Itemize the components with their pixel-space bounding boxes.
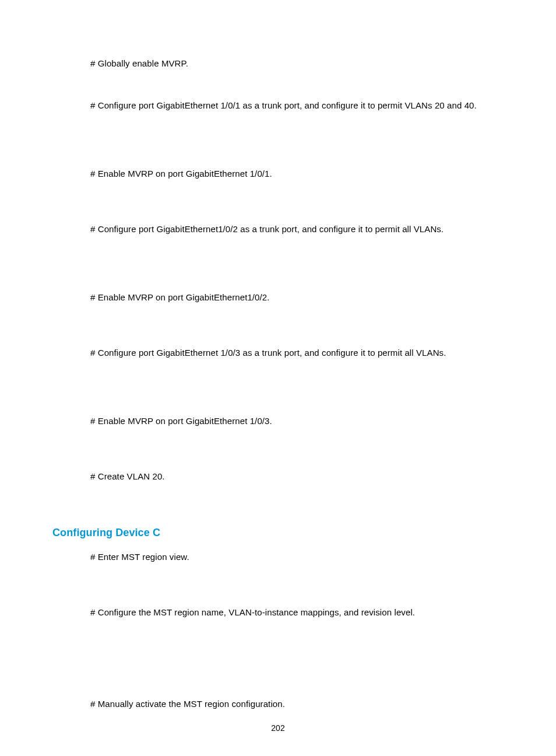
comment-line: # Configure port GigabitEthernet 1/0/3 a… xyxy=(90,348,521,358)
comment-line: # Configure the MST region name, VLAN-to… xyxy=(90,607,521,617)
comment-line: # Enable MVRP on port GigabitEthernet 1/… xyxy=(90,169,521,178)
comment-line: # Globally enable MVRP. xyxy=(90,58,521,68)
comment-line: # Configure port GigabitEthernet 1/0/1 a… xyxy=(90,100,521,110)
comment-line: # Enter MST region view. xyxy=(90,552,521,562)
comment-line: # Enable MVRP on port GigabitEthernet 1/… xyxy=(90,416,521,426)
section-heading-configuring-device-c: Configuring Device C xyxy=(52,527,521,539)
comment-line: # Manually activate the MST region confi… xyxy=(90,699,521,709)
comment-line: # Enable MVRP on port GigabitEthernet1/0… xyxy=(90,292,521,302)
page-number: 202 xyxy=(0,723,556,733)
document-content: # Globally enable MVRP. # Configure port… xyxy=(0,0,556,756)
comment-line: # Create VLAN 20. xyxy=(90,471,521,481)
comment-line: # Configure port GigabitEthernet1/0/2 as… xyxy=(90,224,521,234)
